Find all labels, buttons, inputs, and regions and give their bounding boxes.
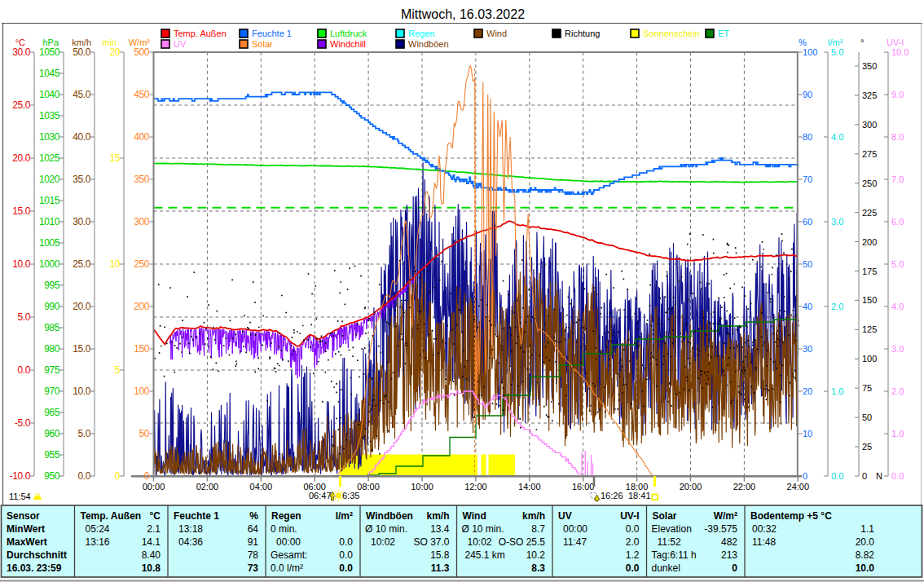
svg-text:11:54: 11:54 bbox=[9, 492, 31, 501]
svg-text:km/h: km/h bbox=[426, 510, 449, 522]
svg-text:5.0: 5.0 bbox=[891, 259, 904, 269]
svg-text:8.3: 8.3 bbox=[531, 562, 545, 574]
svg-text:22:00: 22:00 bbox=[733, 482, 756, 492]
svg-text:78: 78 bbox=[248, 549, 259, 561]
svg-text:1045: 1045 bbox=[39, 68, 60, 79]
svg-text:06:47: 06:47 bbox=[309, 491, 332, 500]
svg-text:00:00: 00:00 bbox=[143, 482, 165, 492]
svg-text:90: 90 bbox=[803, 90, 812, 99]
svg-text:350: 350 bbox=[862, 61, 877, 71]
svg-text:°: ° bbox=[860, 37, 864, 47]
svg-text:10: 10 bbox=[109, 258, 120, 270]
svg-text:325: 325 bbox=[862, 90, 877, 100]
svg-text:4.0: 4.0 bbox=[831, 132, 843, 142]
svg-text:10.0: 10.0 bbox=[856, 562, 875, 574]
svg-text:05:24: 05:24 bbox=[86, 523, 110, 535]
svg-text:50: 50 bbox=[803, 259, 812, 269]
svg-text:10.0: 10.0 bbox=[73, 386, 90, 397]
svg-text:1015: 1015 bbox=[39, 195, 60, 206]
svg-text:4.0: 4.0 bbox=[891, 302, 904, 311]
svg-text:15.0: 15.0 bbox=[12, 205, 30, 217]
svg-text:100: 100 bbox=[134, 386, 150, 397]
svg-text:1.2: 1.2 bbox=[626, 549, 640, 561]
svg-text:l/m²: l/m² bbox=[336, 510, 353, 522]
svg-text:24:00: 24:00 bbox=[787, 482, 810, 492]
svg-text:250: 250 bbox=[862, 179, 877, 188]
svg-text:5.0: 5.0 bbox=[78, 428, 91, 439]
svg-text:SO 37.0: SO 37.0 bbox=[413, 536, 449, 548]
svg-text:km/h: km/h bbox=[72, 37, 91, 47]
svg-text:70: 70 bbox=[803, 174, 812, 184]
svg-text:1020: 1020 bbox=[39, 174, 60, 185]
svg-text:MaxWert: MaxWert bbox=[7, 536, 47, 548]
svg-text:175: 175 bbox=[862, 267, 877, 276]
svg-text:1005: 1005 bbox=[39, 237, 60, 249]
svg-text:225: 225 bbox=[862, 208, 877, 218]
svg-text:300: 300 bbox=[134, 216, 150, 227]
svg-text:Windböen: Windböen bbox=[408, 39, 449, 49]
svg-text:100: 100 bbox=[862, 354, 877, 364]
svg-text:15.0: 15.0 bbox=[73, 343, 90, 355]
svg-text:0.0: 0.0 bbox=[18, 364, 31, 376]
svg-text:995: 995 bbox=[44, 280, 60, 291]
svg-text:20.0: 20.0 bbox=[856, 536, 875, 548]
svg-text:1035: 1035 bbox=[39, 110, 60, 121]
svg-text:960: 960 bbox=[44, 428, 60, 439]
svg-text:Sensor: Sensor bbox=[7, 510, 40, 522]
svg-text:00:00: 00:00 bbox=[276, 536, 301, 548]
svg-text:16:00: 16:00 bbox=[572, 482, 595, 492]
svg-text:20: 20 bbox=[109, 46, 120, 58]
svg-text:Sonnenschein: Sonnenschein bbox=[643, 29, 700, 38]
svg-text:Richtung: Richtung bbox=[565, 29, 600, 38]
svg-text:0.0: 0.0 bbox=[626, 562, 640, 574]
svg-text:2.1: 2.1 bbox=[147, 523, 161, 535]
svg-text:0.0: 0.0 bbox=[78, 470, 91, 482]
svg-text:Solar: Solar bbox=[653, 510, 677, 522]
svg-text:25.0: 25.0 bbox=[12, 99, 30, 111]
svg-text:MinWert: MinWert bbox=[7, 523, 45, 535]
svg-text:Bodentemp +5 °C: Bodentemp +5 °C bbox=[750, 510, 832, 522]
svg-text:14.1: 14.1 bbox=[142, 536, 161, 548]
svg-text:10: 10 bbox=[803, 429, 812, 439]
svg-text:1.0: 1.0 bbox=[831, 386, 843, 396]
svg-text:8.0: 8.0 bbox=[891, 132, 904, 142]
svg-text:16.03. 23:59: 16.03. 23:59 bbox=[7, 562, 62, 574]
svg-text:km/h: km/h bbox=[522, 510, 545, 522]
svg-text:245.1 km: 245.1 km bbox=[465, 549, 505, 561]
svg-text:min: min bbox=[102, 37, 117, 47]
svg-text:91: 91 bbox=[248, 536, 259, 548]
svg-text:0.0 l/m²: 0.0 l/m² bbox=[271, 562, 303, 574]
svg-text:1040: 1040 bbox=[39, 89, 60, 100]
svg-text:18:41: 18:41 bbox=[628, 491, 651, 500]
svg-text:80: 80 bbox=[803, 132, 812, 142]
svg-text:985: 985 bbox=[44, 322, 60, 333]
svg-text:Feuchte 1: Feuchte 1 bbox=[252, 29, 292, 38]
svg-text:10.0: 10.0 bbox=[891, 47, 909, 57]
svg-text:50: 50 bbox=[862, 412, 872, 422]
svg-text:Tag:6:11 h: Tag:6:11 h bbox=[652, 549, 697, 561]
svg-text:300: 300 bbox=[862, 120, 877, 130]
svg-text:04:36: 04:36 bbox=[178, 536, 203, 548]
svg-text:60: 60 bbox=[803, 217, 812, 227]
svg-text:25: 25 bbox=[862, 442, 872, 452]
svg-text:16:26: 16:26 bbox=[601, 491, 623, 500]
svg-text:0: 0 bbox=[732, 562, 737, 574]
svg-text:Feuchte 1: Feuchte 1 bbox=[174, 510, 219, 522]
svg-text:350: 350 bbox=[134, 174, 150, 185]
svg-text:13:16: 13:16 bbox=[86, 536, 110, 548]
svg-text:10:00: 10:00 bbox=[411, 482, 433, 492]
svg-text:0.0: 0.0 bbox=[626, 523, 640, 535]
svg-text:990: 990 bbox=[44, 301, 60, 312]
svg-text:955: 955 bbox=[44, 449, 60, 461]
svg-text:10:02: 10:02 bbox=[371, 536, 395, 548]
svg-text:Durchschnitt: Durchschnitt bbox=[7, 549, 67, 561]
svg-text:100: 100 bbox=[803, 47, 817, 57]
svg-text:W/m²: W/m² bbox=[129, 37, 151, 47]
svg-text:hPa: hPa bbox=[42, 37, 59, 47]
svg-text:25.0: 25.0 bbox=[73, 258, 90, 270]
svg-text:0 min.: 0 min. bbox=[271, 523, 297, 535]
svg-text:°C: °C bbox=[15, 37, 25, 47]
svg-text:970: 970 bbox=[44, 386, 60, 397]
svg-text:9.0: 9.0 bbox=[891, 90, 904, 99]
svg-text:8.82: 8.82 bbox=[856, 549, 875, 561]
